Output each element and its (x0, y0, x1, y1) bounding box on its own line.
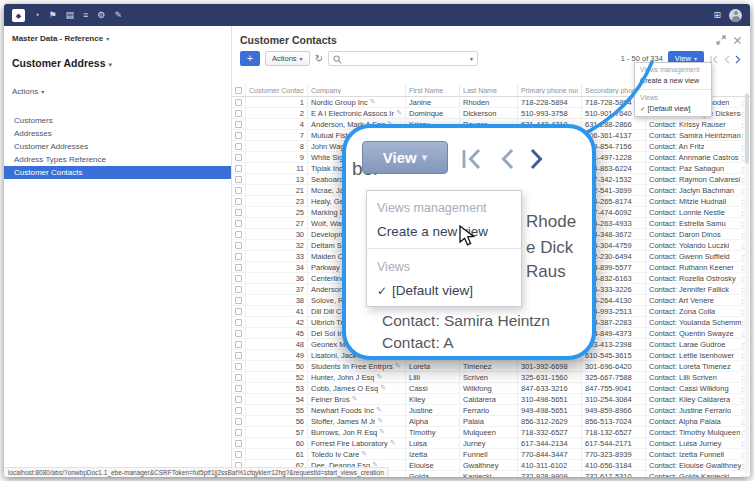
row-checkbox[interactable] (235, 385, 242, 392)
layers-icon[interactable]: ▤ (66, 4, 75, 26)
vertical-scrollbar[interactable] (745, 92, 749, 474)
refresh-icon[interactable]: ↻ (315, 51, 323, 66)
row-checkbox[interactable] (235, 187, 242, 194)
edit-record-icon[interactable]: ✎ (361, 450, 367, 458)
edit-record-icon[interactable]: ✎ (379, 428, 385, 436)
tag-icon[interactable]: ⚑ (48, 4, 56, 26)
next-page-icon[interactable] (734, 50, 742, 68)
close-icon[interactable] (733, 31, 742, 49)
table-row[interactable]: 57Burrows, Jon R Esq✎TimothyMulqueen718-… (232, 427, 750, 438)
edit-record-icon[interactable]: ✎ (370, 98, 376, 106)
apps-grid-icon[interactable]: ⊞ (713, 4, 721, 26)
column-header-company[interactable]: Company (308, 84, 406, 96)
row-checkbox[interactable] (235, 253, 242, 260)
table-row[interactable]: 61Toledo Iv Care✎IzettaFunnell770-844-34… (232, 449, 750, 460)
search-input[interactable] (345, 53, 464, 64)
row-checkbox[interactable] (235, 418, 242, 425)
edit-record-icon[interactable]: ✎ (377, 417, 383, 425)
settings-icon[interactable]: ⚙ (97, 4, 105, 26)
module-title[interactable]: Customer Address▾ (4, 55, 231, 71)
row-checkbox[interactable] (235, 451, 242, 458)
edit-record-icon[interactable]: ✎ (376, 373, 382, 381)
history-icon[interactable]: ◔ (34, 4, 39, 26)
row-checkbox[interactable] (235, 352, 242, 359)
row-checkbox[interactable] (235, 176, 242, 183)
row-checkbox[interactable] (235, 330, 242, 337)
row-checkbox[interactable] (235, 220, 242, 227)
row-checkbox[interactable] (235, 154, 242, 161)
sidebar-item-customer-contacts[interactable]: Customer Contacts (4, 166, 231, 179)
sidebar-menu: CustomersAddressesCustomer AddressesAddr… (4, 114, 231, 179)
row-checkbox[interactable] (235, 143, 242, 150)
edit-record-icon[interactable]: ✎ (390, 439, 396, 447)
row-checkbox[interactable] (235, 374, 242, 381)
row-checkbox[interactable] (235, 209, 242, 216)
actions-dropdown-button[interactable]: Actions▾ (265, 51, 310, 66)
sidebar-item-addresses[interactable]: Addresses (4, 127, 231, 140)
sidebar-item-customer-addresses[interactable]: Customer Addresses (4, 140, 231, 153)
row-checkbox[interactable] (235, 308, 242, 315)
edit-record-icon[interactable]: ✎ (395, 362, 401, 370)
prev-page-icon-zoom[interactable] (498, 148, 516, 174)
row-checkbox[interactable] (235, 319, 242, 326)
table-row[interactable]: 50Students In Free Entrprs✎LoretaTimenez… (232, 361, 750, 372)
column-header-first-name[interactable]: First Name (406, 84, 460, 96)
user-avatar[interactable] (729, 9, 742, 22)
row-checkbox[interactable] (235, 121, 242, 128)
row-checkbox[interactable] (235, 198, 242, 205)
view-dropdown-button-zoom[interactable]: View▾ (362, 141, 448, 174)
column-header-primary-phone-number[interactable]: Primary phone number (518, 84, 582, 96)
sidebar-item-address-types-reference[interactable]: Address Types Reference (4, 153, 231, 166)
first-page-icon-zoom[interactable] (460, 148, 486, 174)
table-row[interactable]: 60Forrest Fire Laboratory✎LuisaJurney617… (232, 438, 750, 449)
scrollbar-thumb[interactable] (745, 94, 749, 164)
row-checkbox[interactable] (235, 110, 242, 117)
menu-item-create-view[interactable]: Create a new view (635, 74, 711, 87)
sidebar-item-customers[interactable]: Customers (4, 114, 231, 127)
sidebar-actions-button[interactable]: Actions▾ (4, 85, 231, 98)
row-checkbox[interactable] (235, 165, 242, 172)
next-page-icon-zoom[interactable] (528, 148, 546, 174)
table-row[interactable]: 55Newhart Foods Inc✎JustineFerrario949-4… (232, 405, 750, 416)
row-checkbox[interactable] (235, 242, 242, 249)
row-checkbox[interactable] (235, 264, 242, 271)
edit-record-icon[interactable]: ✎ (376, 406, 382, 414)
cell-id: 45 (246, 328, 308, 338)
menu-item-default-view[interactable]: ✓ [Default view] (635, 102, 711, 115)
menu-item-default-view-zoom[interactable]: ✓ [Default view] (367, 276, 521, 304)
row-checkbox[interactable] (235, 396, 242, 403)
edit-record-icon[interactable]: ✎ (396, 109, 402, 117)
edit-record-icon[interactable]: ✎ (380, 384, 386, 392)
row-checkbox[interactable] (235, 286, 242, 293)
search-options-caret-icon[interactable]: ▾ (470, 55, 473, 62)
row-checkbox[interactable] (235, 99, 242, 106)
column-header-last-name[interactable]: Last Name (460, 84, 518, 96)
app-logo-icon[interactable]: ◆ (12, 9, 25, 22)
prev-page-icon[interactable] (723, 50, 731, 68)
edit-record-icon[interactable]: ✎ (352, 395, 358, 403)
table-row[interactable]: 56Stoffer, James M Jr✎AlphaPalaia856-312… (232, 416, 750, 427)
row-checkbox[interactable] (235, 297, 242, 304)
row-checkbox[interactable] (235, 231, 242, 238)
row-checkbox[interactable] (235, 363, 242, 370)
tasks-icon[interactable]: ≡ (83, 4, 88, 26)
row-checkbox[interactable] (235, 440, 242, 447)
expand-icon[interactable] (716, 31, 726, 49)
menu-item-create-view-zoom[interactable]: Create a new view (367, 217, 521, 245)
search-icon[interactable] (333, 50, 342, 68)
table-row[interactable]: 52Hunter, John J Esq✎LilliScriven325-631… (232, 372, 750, 383)
edit-icon[interactable]: ✎ (114, 4, 122, 26)
cell-secondary-phone: 617-544-2171 (582, 438, 646, 448)
column-header-customer-contact-id[interactable]: Customer Contact ID (246, 84, 308, 96)
row-checkbox[interactable] (235, 341, 242, 348)
table-row[interactable]: 53Cobb, James O Esq✎CassiWilkfong847-633… (232, 383, 750, 394)
select-all-checkbox[interactable] (235, 87, 242, 94)
domain-selector[interactable]: Master Data - Reference▾ (4, 32, 231, 45)
row-checkbox[interactable] (235, 429, 242, 436)
table-row[interactable]: 54Feiner Bros✎KileyCaldarera310-498-5651… (232, 394, 750, 405)
row-checkbox[interactable] (235, 275, 242, 282)
cell-first-name: Izetta (406, 449, 460, 459)
row-checkbox[interactable] (235, 132, 242, 139)
new-record-button[interactable]: + (240, 51, 260, 66)
row-checkbox[interactable] (235, 407, 242, 414)
